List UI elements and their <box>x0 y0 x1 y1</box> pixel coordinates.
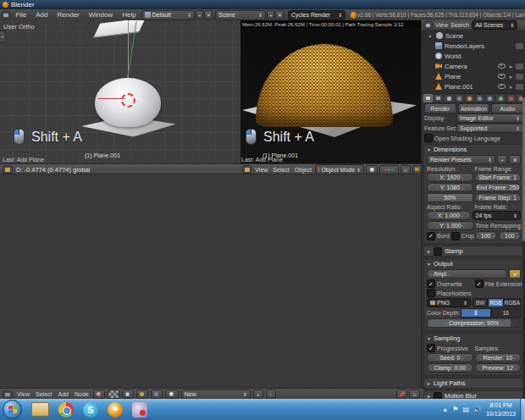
start-button[interactable] <box>3 400 22 419</box>
node-editor-canvas[interactable] <box>0 174 421 389</box>
selectable-cursor-icon[interactable]: ➤ <box>507 74 514 80</box>
tab-data-icon[interactable] <box>495 94 505 102</box>
output-path-field[interactable]: /tmp\ <box>427 269 507 279</box>
taskbar-mail-icon[interactable] <box>31 402 49 417</box>
menu-file[interactable]: File <box>11 11 30 19</box>
vp-menu-object[interactable]: Object <box>293 167 313 173</box>
folder-browse-icon[interactable]: ▰ <box>509 269 521 279</box>
compression-slider[interactable]: Compression: 90% <box>427 318 521 328</box>
add-preset-button[interactable]: + <box>497 155 507 164</box>
transform-manipulator-buttons[interactable] <box>379 165 398 174</box>
bw-button[interactable]: BW <box>472 298 488 307</box>
menu-add[interactable]: Add <box>31 11 52 19</box>
menu-help[interactable]: Help <box>118 11 140 19</box>
texture-nodes-icon[interactable] <box>151 390 163 399</box>
aspect-y-field[interactable]: Y: 1.000 <box>427 221 474 230</box>
vp-menu-view[interactable]: View <box>253 167 269 173</box>
pin-icon[interactable]: 📌 <box>396 390 407 399</box>
use-nodes-icon[interactable]: ○ <box>266 390 276 399</box>
render-samples-field[interactable]: Render: 10 <box>475 353 522 362</box>
taskbar-chrome-icon[interactable] <box>58 402 74 417</box>
sampling-panel-header[interactable]: Sampling <box>424 334 523 343</box>
rgb-button[interactable]: RGB <box>488 298 503 307</box>
show-desktop-button[interactable] <box>520 399 525 420</box>
placeholders-checkbox[interactable] <box>427 289 435 297</box>
tab-material-icon[interactable] <box>506 94 516 102</box>
outliner-item-plane001[interactable]: Plane.001 ➤ <box>422 81 525 91</box>
shader-nodes-icon[interactable] <box>93 390 105 399</box>
overwrite-checkbox[interactable] <box>427 279 435 288</box>
add-layout-button[interactable]: + <box>196 10 204 19</box>
light-paths-panel[interactable]: Light Paths <box>423 378 524 389</box>
resolution-y-field[interactable]: Y: 1080 <box>427 183 473 192</box>
stamp-checkbox[interactable] <box>434 247 442 256</box>
editor-type-icon[interactable] <box>2 11 10 19</box>
border-checkbox[interactable] <box>427 232 435 240</box>
node-menu-select[interactable]: Select <box>34 391 53 397</box>
layout-dropdown[interactable]: Default <box>141 10 195 20</box>
editor-type-3dview-icon-right[interactable] <box>242 165 251 174</box>
render-toggle-camera-icon[interactable] <box>516 74 523 80</box>
world-nodes-icon[interactable] <box>122 390 134 399</box>
visibility-eye-icon[interactable] <box>498 74 506 79</box>
remap-new-field[interactable]: 100 <box>499 231 521 240</box>
object-nodes-icon[interactable] <box>136 390 148 399</box>
renderable-camera-icon[interactable] <box>516 43 523 49</box>
editor-type-outliner-icon[interactable] <box>423 21 433 29</box>
taskbar-skype-icon[interactable]: S <box>83 402 98 417</box>
render-button[interactable]: Render <box>424 103 456 113</box>
feature-set-dropdown[interactable]: Supported <box>456 124 523 133</box>
delete-scene-button[interactable]: ✕ <box>275 10 284 19</box>
tab-constraints-icon[interactable] <box>475 94 484 102</box>
viewport-3d-right[interactable]: Mem:26.62M, Peak:26.62M | Time:00:00.01 … <box>240 20 421 163</box>
region-toggle[interactable]: + <box>0 30 6 42</box>
seed-field[interactable]: Seed: 0 <box>427 353 473 362</box>
output-panel-header[interactable]: Output <box>424 259 523 268</box>
display-dropdown[interactable]: Image Editor <box>456 113 523 123</box>
material-browse-icon[interactable] <box>165 390 179 399</box>
tab-render-icon[interactable] <box>423 94 433 102</box>
stamp-panel[interactable]: Stamp <box>423 246 524 257</box>
outliner-menu-view[interactable]: View <box>435 22 448 28</box>
window-titlebar[interactable]: Blender <box>0 0 525 9</box>
scene-plane-object[interactable] <box>93 20 146 38</box>
osl-checkbox[interactable] <box>424 134 433 142</box>
delete-layout-button[interactable]: ✕ <box>204 10 213 19</box>
selectable-cursor-icon[interactable]: ➤ <box>507 84 514 90</box>
menu-render[interactable]: Render <box>53 11 84 19</box>
tray-volume-icon[interactable]: 🔊 <box>473 406 482 413</box>
preset-list-button[interactable]: ≣ <box>509 155 521 164</box>
outliner-item-world[interactable]: World <box>422 51 525 61</box>
crop-checkbox[interactable] <box>451 232 460 240</box>
tray-network-icon[interactable]: ▤ <box>462 406 469 413</box>
add-scene-button[interactable]: + <box>267 10 275 19</box>
scene-dropdown[interactable]: Scene <box>215 10 266 20</box>
tray-expand-icon[interactable]: ▲ <box>442 406 448 412</box>
vp-menu-select[interactable]: Select <box>271 167 290 173</box>
outliner-item-scene[interactable]: ▾ Scene <box>422 30 525 41</box>
tab-scene-icon[interactable] <box>444 94 453 102</box>
render-engine-dropdown[interactable]: Cycles Render <box>288 10 345 20</box>
animation-button[interactable]: Animation <box>458 103 490 113</box>
preview-samples-field[interactable]: Preview: 12 <box>475 363 522 373</box>
outliner-scenes-dropdown[interactable]: All Scenes <box>472 20 517 30</box>
end-frame-field[interactable]: End Frame: 250 <box>475 183 522 192</box>
resolution-x-field[interactable]: X: 1920 <box>427 173 473 182</box>
tab-object-icon[interactable] <box>465 94 474 102</box>
depth-16-button[interactable]: 16 <box>491 308 522 318</box>
tray-flag-icon[interactable]: ⚑ <box>452 406 458 413</box>
dimensions-panel-header[interactable]: Dimensions <box>424 145 523 154</box>
visibility-eye-icon[interactable] <box>498 64 506 69</box>
start-frame-field[interactable]: Start Frame: 1 <box>475 173 522 182</box>
outliner-item-camera[interactable]: Camera ➤ <box>422 61 525 71</box>
selectable-cursor-icon[interactable]: ➤ <box>507 64 514 69</box>
outliner-menu-search[interactable]: Search <box>450 22 469 28</box>
viewport-shading-dropdown[interactable] <box>366 165 378 174</box>
material-name-field[interactable]: New <box>181 390 251 400</box>
node-menu-view[interactable]: View <box>15 391 31 397</box>
editor-type-node-icon[interactable] <box>3 390 13 399</box>
snap-magnet-icon[interactable]: ∪ <box>401 165 411 174</box>
outliner-item-renderlayers[interactable]: RenderLayers <box>422 41 525 51</box>
tab-modifiers-icon[interactable] <box>485 94 495 102</box>
node-menu-node[interactable]: Node <box>73 391 91 397</box>
